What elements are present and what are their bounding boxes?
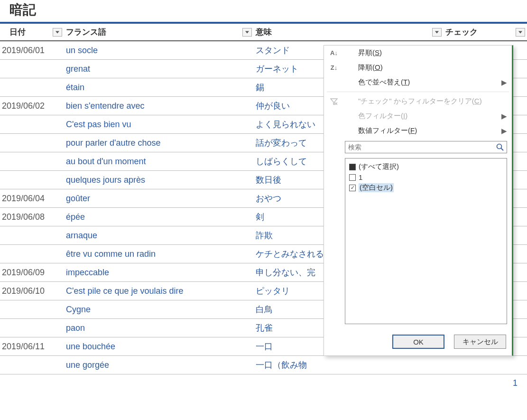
filter-check-item[interactable]: ✓(空白セル) bbox=[349, 182, 503, 193]
submenu-arrow-icon: ▶ bbox=[501, 127, 507, 135]
cell-french[interactable]: arnaque bbox=[64, 226, 254, 245]
checkbox-checked-icon: ✓ bbox=[349, 185, 356, 191]
cell-date: 2019/06/11 bbox=[0, 337, 64, 356]
cell-date bbox=[0, 78, 64, 97]
menu-clear-filter: "チェック" からフィルターをクリア(C) bbox=[324, 94, 512, 109]
filter-check-label: (すべて選択) bbox=[359, 162, 399, 171]
cell-date bbox=[0, 60, 64, 78]
cell-date bbox=[0, 226, 64, 245]
cell-date bbox=[0, 115, 64, 134]
cell-date: 2019/06/02 bbox=[0, 97, 64, 115]
filter-dropdown-check[interactable] bbox=[516, 28, 525, 37]
cell-date: 2019/06/08 bbox=[0, 208, 64, 226]
cell-french[interactable]: une bouchée bbox=[64, 337, 254, 356]
menu-number-filter[interactable]: 数値フィルター(F) ▶ bbox=[324, 123, 512, 138]
cell-french[interactable]: étain bbox=[64, 78, 254, 97]
cell-french[interactable]: quelques jours après bbox=[64, 171, 254, 189]
cell-french[interactable]: une gorgée bbox=[64, 356, 254, 374]
col-header-meaning-label: 意味 bbox=[256, 28, 272, 37]
sort-asc-icon: A↓ bbox=[328, 49, 340, 56]
clear-filter-icon bbox=[328, 98, 340, 105]
filter-check-item[interactable]: (すべて選択) bbox=[349, 161, 503, 172]
cell-french[interactable]: paon bbox=[64, 319, 254, 337]
filter-check-item[interactable]: 1 bbox=[349, 172, 503, 182]
filter-search-input[interactable] bbox=[345, 141, 493, 153]
table-row: une gorgée一口（飲み物 bbox=[0, 356, 527, 374]
cancel-button[interactable]: キャンセル bbox=[454, 335, 506, 349]
filter-search-box[interactable] bbox=[345, 141, 507, 153]
cell-meaning[interactable]: 一口（飲み物 bbox=[254, 356, 444, 374]
cell-french[interactable]: au bout d'un moment bbox=[64, 152, 254, 171]
menu-sort-descending[interactable]: Z↓ 降順(O) bbox=[324, 60, 512, 75]
filter-menu: A↓ 昇順(S) Z↓ 降順(O) 色で並べ替え(T) ▶ "チェック" からフ… bbox=[324, 45, 513, 356]
menu-separator bbox=[327, 92, 509, 92]
cell-date: 2019/06/01 bbox=[0, 41, 64, 60]
cell-date: 2019/06/10 bbox=[0, 282, 64, 300]
col-header-check[interactable]: チェック bbox=[444, 24, 527, 41]
cell-french[interactable]: pour parler d'autre chose bbox=[64, 134, 254, 152]
cell-date: 2019/06/04 bbox=[0, 189, 64, 208]
filter-dropdown-meaning[interactable] bbox=[432, 28, 442, 37]
filter-check-label: 1 bbox=[359, 173, 362, 181]
menu-color-filter: 色フィルター(I) ▶ bbox=[324, 109, 512, 123]
cell-french[interactable]: un socle bbox=[64, 41, 254, 60]
filter-check-label: (空白セル) bbox=[359, 183, 394, 192]
submenu-arrow-icon: ▶ bbox=[501, 112, 507, 121]
submenu-arrow-icon: ▶ bbox=[501, 78, 507, 87]
cell-french[interactable]: Cygne bbox=[64, 300, 254, 319]
cell-french[interactable]: être vu comme un radin bbox=[64, 245, 254, 263]
cell-french[interactable]: bien s'entendre avec bbox=[64, 97, 254, 115]
checkbox-unchecked-icon bbox=[349, 174, 356, 181]
filter-checklist[interactable]: (すべて選択)1✓(空白セル) bbox=[345, 158, 507, 324]
cell-date bbox=[0, 356, 64, 374]
ok-button[interactable]: OK bbox=[392, 335, 444, 349]
cell-french[interactable]: grenat bbox=[64, 60, 254, 78]
cell-french[interactable]: C'est pas bien vu bbox=[64, 115, 254, 134]
col-header-french[interactable]: フランス語 bbox=[64, 24, 254, 41]
svg-point-0 bbox=[497, 144, 502, 149]
cell-date bbox=[0, 134, 64, 152]
col-header-date-label: 日付 bbox=[9, 28, 26, 37]
svg-line-1 bbox=[501, 149, 504, 151]
cell-date bbox=[0, 245, 64, 263]
cell-french[interactable]: goûter bbox=[64, 189, 254, 208]
col-header-check-label: チェック bbox=[445, 28, 478, 37]
menu-sort-by-color[interactable]: 色で並べ替え(T) ▶ bbox=[324, 75, 512, 90]
menu-sort-ascending[interactable]: A↓ 昇順(S) bbox=[324, 46, 512, 60]
cell-french[interactable]: épée bbox=[64, 208, 254, 226]
pager-current-page[interactable]: 1 bbox=[0, 374, 527, 392]
search-icon[interactable] bbox=[493, 141, 507, 153]
sort-desc-icon: Z↓ bbox=[328, 64, 340, 71]
cell-date: 2019/06/09 bbox=[0, 263, 64, 282]
cell-date bbox=[0, 152, 64, 171]
page-title: 暗記 bbox=[0, 0, 527, 24]
cell-check bbox=[444, 356, 527, 374]
cell-french[interactable]: C'est pile ce que je voulais dire bbox=[64, 282, 254, 300]
col-header-date[interactable]: 日付 bbox=[0, 24, 64, 41]
col-header-meaning[interactable]: 意味 bbox=[254, 24, 444, 41]
checkbox-mixed-icon bbox=[349, 164, 356, 170]
filter-dropdown-french[interactable] bbox=[242, 28, 252, 37]
col-header-french-label: フランス語 bbox=[66, 28, 106, 37]
cell-date bbox=[0, 300, 64, 319]
cell-french[interactable]: impeccable bbox=[64, 263, 254, 282]
cell-date bbox=[0, 319, 64, 337]
filter-dropdown-date[interactable] bbox=[53, 28, 62, 37]
cell-date bbox=[0, 171, 64, 189]
